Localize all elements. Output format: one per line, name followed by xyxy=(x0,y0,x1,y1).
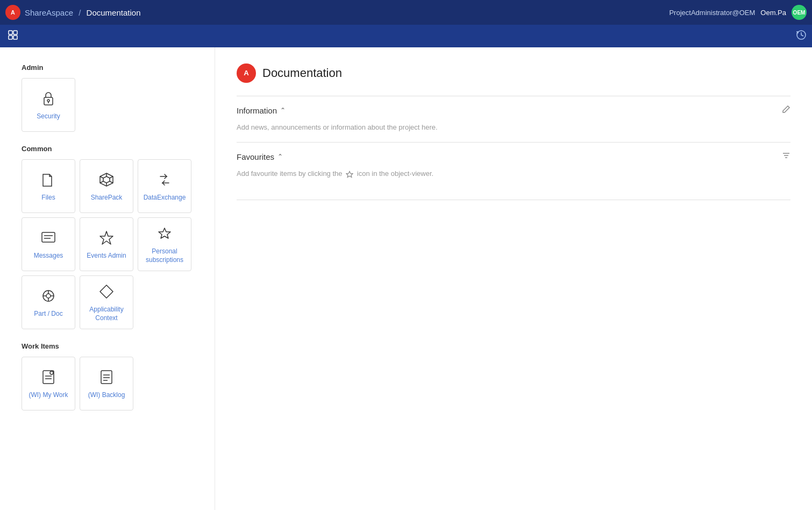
brand-logo[interactable]: A xyxy=(5,5,20,20)
common-section-title: Common xyxy=(22,145,204,153)
svg-rect-31 xyxy=(101,371,112,384)
topbar: A ShareAspace / Documentation ProjectAdm… xyxy=(0,0,812,25)
sharepack-icon xyxy=(97,170,116,189)
information-section-header: Information ⌃ xyxy=(237,105,790,116)
doc-header: A Documentation xyxy=(237,63,790,83)
fav-placeholder-prefix: Add favourite items by clicking the xyxy=(237,169,343,178)
svg-rect-27 xyxy=(43,371,54,384)
favourites-header: Favourites ⌃ xyxy=(237,151,790,162)
events-admin-label: Events Admin xyxy=(87,252,126,260)
admin-section-title: Admin xyxy=(22,63,204,72)
tile-sharepack[interactable]: SharePack xyxy=(80,159,133,213)
admin-section: Admin Security xyxy=(22,63,204,132)
dataexchange-label: DataExchange xyxy=(144,194,186,202)
favourites-chevron-up[interactable]: ⌃ xyxy=(277,153,283,160)
bottom-divider xyxy=(237,200,790,200)
sharepack-label: SharePack xyxy=(91,194,123,202)
svg-point-28 xyxy=(50,371,53,374)
svg-text:A: A xyxy=(11,9,15,16)
events-admin-icon xyxy=(97,228,116,247)
wi-my-work-label: (WI) My Work xyxy=(29,391,68,400)
svg-rect-7 xyxy=(44,97,53,105)
wi-my-work-icon xyxy=(39,367,58,387)
information-placeholder: Add news, announcements or information a… xyxy=(237,123,790,131)
favourites-placeholder: Add favourite items by clicking the icon… xyxy=(237,169,790,178)
work-items-tiles-grid: (WI) My Work (WI) Backlog xyxy=(22,357,204,410)
svg-text:A: A xyxy=(244,69,249,77)
left-panel: Admin Security Comm xyxy=(0,47,215,510)
svg-rect-3 xyxy=(13,31,17,34)
tile-security[interactable]: Security xyxy=(22,78,75,132)
wi-backlog-icon xyxy=(97,367,116,387)
avatar-initials: OEM xyxy=(793,10,806,16)
security-label: Security xyxy=(37,112,60,121)
information-edit-icon[interactable] xyxy=(782,105,790,116)
tile-wi-my-work[interactable]: (WI) My Work xyxy=(22,357,75,410)
svg-line-13 xyxy=(110,176,113,178)
fav-placeholder-suffix: icon in the object-viewer. xyxy=(357,169,433,178)
right-panel: A Documentation Information ⌃ Add news, … xyxy=(215,47,812,510)
topbar-brand: ShareAspace / Documentation xyxy=(25,8,140,17)
svg-rect-2 xyxy=(9,31,12,34)
topbar-username: Oem.Pa xyxy=(760,9,786,17)
work-items-section-title: Work Items xyxy=(22,342,204,350)
favourites-title: Favourites ⌃ xyxy=(237,152,283,161)
admin-tiles-grid: Security xyxy=(22,78,204,132)
favourites-title-text: Favourites xyxy=(237,152,274,161)
user-avatar[interactable]: OEM xyxy=(792,5,807,20)
svg-point-22 xyxy=(46,294,51,298)
tile-events-admin[interactable]: Events Admin xyxy=(80,217,133,271)
files-icon xyxy=(39,170,58,189)
security-icon xyxy=(39,89,58,108)
applicability-context-icon xyxy=(97,282,116,301)
topbar-user-email: ProjectAdministrator@OEM xyxy=(669,9,755,17)
svg-rect-18 xyxy=(42,232,55,242)
applicability-context-label: Applicability Context xyxy=(80,306,133,322)
tile-part-doc[interactable]: Part / Doc xyxy=(22,275,75,329)
tile-messages[interactable]: Messages xyxy=(22,217,75,271)
part-doc-icon xyxy=(39,286,58,306)
svg-line-16 xyxy=(100,181,103,183)
doc-title: Documentation xyxy=(262,66,342,80)
svg-line-14 xyxy=(110,181,113,183)
star-icon-inline xyxy=(346,171,353,178)
common-section: Common Files xyxy=(22,145,204,329)
part-doc-label: Part / Doc xyxy=(34,310,62,318)
messages-label: Messages xyxy=(34,252,63,260)
grid-view-icon[interactable] xyxy=(5,27,20,45)
tile-personal-subscriptions[interactable]: Personal subscriptions xyxy=(138,217,191,271)
work-items-section: Work Items (WI) My Work xyxy=(22,342,204,410)
information-section: Information ⌃ Add news, announcements or… xyxy=(237,96,790,131)
information-title-text: Information xyxy=(237,106,277,115)
topbar-page: Documentation xyxy=(87,8,141,17)
doc-logo: A xyxy=(237,63,256,83)
favourites-filter-icon[interactable] xyxy=(782,151,790,162)
personal-subscriptions-icon xyxy=(155,224,174,243)
svg-marker-11 xyxy=(103,176,110,183)
tile-files[interactable]: Files xyxy=(22,159,75,213)
information-chevron-up[interactable]: ⌃ xyxy=(280,107,286,114)
wi-backlog-label: (WI) Backlog xyxy=(88,391,125,400)
svg-line-15 xyxy=(100,176,103,178)
history-icon[interactable] xyxy=(796,30,807,42)
tile-dataexchange[interactable]: DataExchange xyxy=(138,159,191,213)
information-title: Information ⌃ xyxy=(237,106,286,115)
tile-wi-backlog[interactable]: (WI) Backlog xyxy=(80,357,133,410)
svg-point-8 xyxy=(47,100,49,102)
main-wrapper: Admin Security Comm xyxy=(0,47,812,510)
svg-rect-4 xyxy=(9,36,12,39)
files-label: Files xyxy=(41,194,55,202)
topbar-separator: / xyxy=(79,8,81,17)
personal-subscriptions-label: Personal subscriptions xyxy=(138,247,191,264)
favourites-section: Favourites ⌃ Add favourite items by clic… xyxy=(237,142,790,178)
messages-icon xyxy=(39,228,58,247)
secondbar xyxy=(0,25,812,47)
common-tiles-grid: Files xyxy=(22,159,204,329)
brand-name: ShareAspace xyxy=(25,8,73,17)
svg-rect-5 xyxy=(13,36,17,39)
tile-applicability-context[interactable]: Applicability Context xyxy=(80,275,133,329)
svg-marker-40 xyxy=(346,171,353,177)
dataexchange-icon xyxy=(155,170,174,189)
